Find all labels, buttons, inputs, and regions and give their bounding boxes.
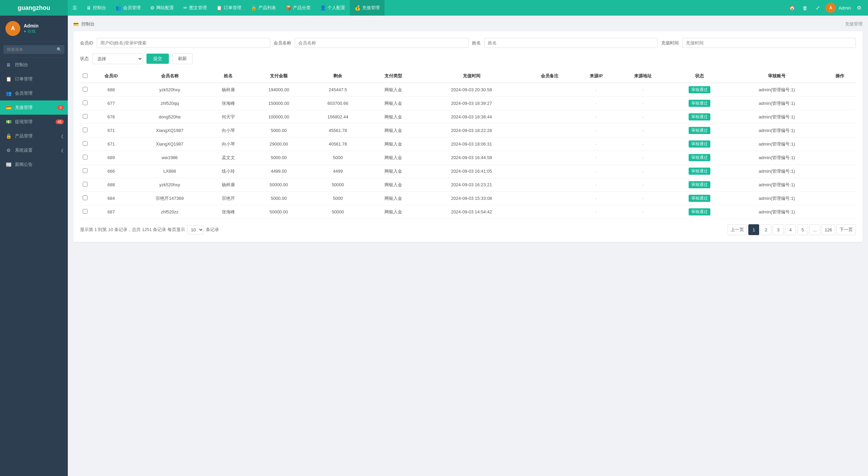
submit-button[interactable]: 提交 — [146, 54, 169, 64]
cell-remark — [524, 178, 575, 192]
cell-real-name: 向小琴 — [207, 124, 249, 137]
member-id-input[interactable] — [97, 38, 270, 48]
page-4-button[interactable]: 4 — [785, 224, 796, 235]
sidebar-item-system-settings[interactable]: ⚙ 系统设置 ❮ — [0, 143, 68, 157]
sidebar-item-product-mgmt[interactable]: 🔒 产品管理 ❮ — [0, 129, 68, 143]
cell-source-addr: - — [617, 110, 669, 124]
nav-product-cat[interactable]: 📦 产品分类 — [281, 0, 315, 16]
nav-order-mgmt[interactable]: 📋 订单管理 — [212, 0, 246, 16]
cell-time: 2024-09-03 16:44:58 — [419, 151, 524, 165]
select-all-header — [80, 70, 90, 83]
select-all-checkbox[interactable] — [83, 73, 87, 78]
nav-dashboard[interactable]: 🖥 控制台 — [82, 0, 111, 16]
table-row: 688 yzk520hxy 杨梓康 194000.00 245447.5 网银入… — [80, 83, 856, 97]
cell-amount: 5000.00 — [249, 124, 308, 137]
article-icon: ✏ — [183, 5, 188, 11]
admin-settings-icon[interactable]: ⚙ — [854, 3, 864, 13]
status-select[interactable]: 选择 — [92, 54, 143, 64]
next-page-button[interactable]: 下一页 — [836, 224, 856, 235]
row-checkbox[interactable] — [83, 182, 87, 187]
page-3-button[interactable]: 3 — [773, 224, 784, 235]
row-checkbox[interactable] — [83, 114, 87, 119]
home-button[interactable]: 🏠 — [787, 3, 797, 13]
cell-balance: 5000 — [308, 151, 367, 165]
nav-product-list[interactable]: 🔒 产品列表 — [246, 0, 281, 16]
row-checkbox[interactable] — [83, 100, 87, 105]
admin-name: Admin — [839, 5, 851, 11]
cell-balance: 603700.66 — [308, 97, 367, 110]
cell-source-addr: - — [617, 178, 669, 192]
nav-site-config[interactable]: ⚙ 网站配置 — [145, 0, 179, 16]
row-checkbox[interactable] — [83, 168, 87, 173]
sidebar-item-member-mgmt[interactable]: 👥 会员管理 — [0, 86, 68, 100]
cell-amount: 100000.00 — [249, 110, 308, 124]
row-checkbox[interactable] — [83, 155, 87, 159]
member-icon: 👥 — [116, 5, 121, 11]
cell-time: 2024-09-03 15:33:08 — [419, 192, 524, 205]
recharge-menu-icon: 💳 — [5, 105, 12, 110]
prev-page-button[interactable]: 上一页 — [728, 224, 747, 235]
nav-personal-config[interactable]: 👤 个人配置 — [315, 0, 350, 16]
page-...-button[interactable]: ... — [809, 224, 820, 235]
nav-member-mgmt[interactable]: 👥 会员管理 — [111, 0, 145, 16]
cell-real-name: 练小玲 — [207, 165, 249, 178]
recharge-time-input[interactable] — [682, 38, 856, 48]
refresh-button[interactable]: 刷新 — [172, 53, 193, 64]
cell-auditor: admin(管理编号:1) — [730, 137, 824, 151]
row-checkbox[interactable] — [83, 195, 87, 200]
row-checkbox[interactable] — [83, 141, 87, 146]
cell-username: zhf520qq — [132, 97, 207, 110]
site-config-icon: ⚙ — [150, 5, 155, 11]
cell-auditor: admin(管理编号:1) — [730, 192, 824, 205]
cell-remark — [524, 165, 575, 178]
per-page-select[interactable]: 10 20 50 — [187, 225, 204, 234]
col-member-id: 会员ID — [90, 70, 132, 83]
status-badge: 审核通过 — [689, 140, 710, 148]
cell-source-addr: - — [617, 83, 669, 97]
cell-member-id: 689 — [90, 151, 132, 165]
chevron-icon-2: ❮ — [61, 148, 64, 153]
fullscreen-button[interactable]: ⤢ — [813, 3, 823, 13]
sidebar-item-news[interactable]: 📰 新闻公告 — [0, 157, 68, 172]
member-name-input[interactable] — [295, 38, 468, 48]
nav-menu-toggle[interactable]: ☰ — [68, 0, 82, 16]
table-row: 671 XiangXQ1987 向小琴 29000.00 40561.78 网银… — [80, 137, 856, 151]
cell-remark — [524, 110, 575, 124]
cell-amount: 29000.00 — [249, 137, 308, 151]
status-badge: 审核通过 — [689, 127, 710, 134]
table-row: 689 ww1986 孟文文 5000.00 5000 网银入金 2024-09… — [80, 151, 856, 165]
col-source-addr: 来源地址 — [617, 70, 669, 83]
nav-recharge-mgmt[interactable]: 💰 充值管理 — [350, 0, 384, 16]
breadcrumb: 💳 控制台 — [73, 21, 95, 27]
row-checkbox[interactable] — [83, 128, 87, 132]
page-5-button[interactable]: 5 — [797, 224, 808, 235]
row-checkbox[interactable] — [83, 209, 87, 214]
cell-auditor: admin(管理编号:1) — [730, 178, 824, 192]
cell-remark — [524, 151, 575, 165]
sidebar-item-dashboard[interactable]: 🖥 控制台 — [0, 58, 68, 72]
menu-icon: ☰ — [73, 5, 77, 11]
breadcrumb-icon: 💳 — [73, 22, 79, 27]
cell-member-id: 688 — [90, 83, 132, 97]
row-checkbox[interactable] — [83, 87, 87, 92]
cell-member-id: 671 — [90, 137, 132, 151]
table-row: 688 yzk520hxy 杨梓康 50000.00 50000 网银入金 20… — [80, 178, 856, 192]
cell-auditor: admin(管理编号:1) — [730, 151, 824, 165]
cell-balance: 50000 — [308, 205, 367, 219]
col-pay-type: 支付类型 — [368, 70, 419, 83]
page-1-button[interactable]: 1 — [748, 224, 759, 235]
sidebar-item-withdraw-mgmt[interactable]: 💵 提现管理 45 — [0, 115, 68, 129]
col-balance: 剩余 — [308, 70, 367, 83]
search-input[interactable] — [3, 45, 64, 54]
page-2-button[interactable]: 2 — [761, 224, 771, 235]
page-title: 充值管理 — [845, 21, 863, 27]
page-126-button[interactable]: 126 — [822, 224, 835, 235]
real-name-input[interactable] — [484, 38, 658, 48]
cell-time: 2024-09-03 18:39:27 — [419, 97, 524, 110]
nav-article-mgmt[interactable]: ✏ 图文管理 — [179, 0, 212, 16]
top-nav: guangzhou ☰ 🖥 控制台 👥 会员管理 ⚙ 网站配置 ✏ 图文管理 📋… — [0, 0, 868, 16]
cell-username: zhf520zz — [132, 205, 207, 219]
sidebar-item-recharge-mgmt[interactable]: 💳 充值管理 0 — [0, 100, 68, 115]
sidebar-item-order-mgmt[interactable]: 📋 订单管理 — [0, 72, 68, 86]
trash-button[interactable]: 🗑 — [800, 3, 810, 13]
